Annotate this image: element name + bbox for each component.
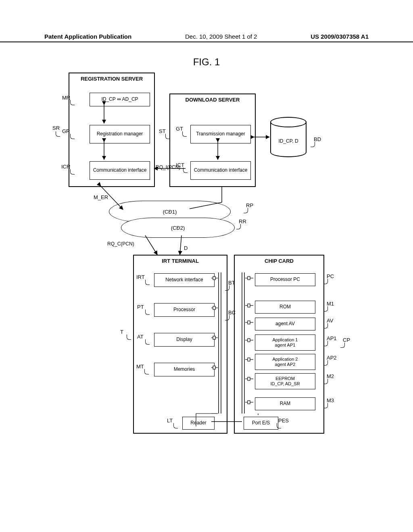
rq-i-label: RQ_I(PCN) — [156, 164, 180, 170]
mr-box: ID_CP ⇔ AD_CP — [90, 93, 150, 106]
m2-box: EEPROM ID_CP, AD_SR — [255, 373, 315, 389]
registration-server-box: REGISTRATION SERVER ID_CP ⇔ AD_CP Regist… — [69, 73, 155, 187]
irt-terminal-title: IRT TERMINAL — [134, 256, 227, 266]
sr-label: SR — [52, 125, 60, 131]
gt-label: GT — [176, 126, 183, 132]
rr-label: RR — [239, 218, 246, 224]
svg-line-8 — [145, 235, 157, 255]
ap2-line2: agent AP2 — [275, 362, 296, 367]
network-interface-box: Network interface — [154, 273, 215, 287]
m3-label: M3 — [327, 397, 334, 403]
st-label: ST — [159, 128, 166, 134]
rp-label: RP — [246, 202, 253, 208]
pc-label: PC — [327, 273, 334, 279]
icr-box: Communication interface — [90, 161, 150, 180]
m-er-label: M_ER — [94, 194, 108, 200]
pt-label: PT — [137, 304, 144, 310]
gr-label: GR — [62, 128, 70, 134]
display-box: Display — [154, 333, 215, 347]
memories-box: Memories — [154, 363, 215, 376]
chip-card-box: CHIP CARD Processor PC ROM agent AV Appl… — [234, 255, 324, 434]
processor-box: Processor — [154, 303, 215, 317]
cloud-cd2: (CD2) — [121, 218, 235, 238]
registration-server-title: REGISTRATION SERVER — [69, 73, 154, 84]
ap1-box: Application 1 agent AP1 — [255, 335, 315, 351]
download-server-title: DOWNLOAD SERVER — [170, 94, 255, 105]
m2-line1: EEPROM — [275, 376, 295, 381]
ict-box: Communication interface — [190, 161, 251, 180]
database-cylinder: ID_CP, D — [270, 117, 307, 157]
at-label: AT — [137, 334, 144, 340]
page-header: Patent Application Publication Dec. 10, … — [0, 33, 413, 42]
diagram: REGISTRATION SERVER ID_CP ⇔ AD_CP Regist… — [52, 73, 363, 439]
ap2-line1: Application 2 — [273, 357, 298, 362]
av-label: AV — [327, 318, 333, 324]
cloud-cd1-label: (CD1) — [163, 209, 177, 215]
m1-label: M1 — [327, 301, 334, 307]
ap1-label: AP1 — [327, 335, 337, 341]
rq-c-label: RQ_C(PCN) — [107, 241, 134, 247]
cloud-cd2-label: (CD2) — [171, 225, 185, 231]
ap1-line1: Application 1 — [273, 337, 298, 343]
header-left: Patent Application Publication — [44, 33, 131, 40]
pc-box: Processor PC — [255, 273, 315, 286]
ap2-label: AP2 — [327, 355, 337, 361]
irt-label: IRT — [136, 274, 145, 280]
ram-box: RAM — [255, 397, 315, 410]
t-label: T — [120, 329, 123, 335]
m2-label: M2 — [327, 373, 334, 379]
download-server-box: DOWNLOAD SERVER Transmission manager Com… — [169, 94, 256, 187]
header-right: US 2009/0307358 A1 — [311, 33, 369, 40]
gr-box: Registration manager — [90, 125, 150, 143]
svg-line-9 — [180, 235, 181, 255]
icr-label: ICR — [61, 164, 70, 170]
ap1-line2: agent AP1 — [275, 343, 296, 348]
m2-line2: ID_CP, AD_SR — [270, 381, 300, 387]
mt-label: MT — [136, 364, 144, 370]
ap2-box: Application 2 agent AP2 — [255, 354, 315, 370]
bt-label: BT — [228, 280, 235, 286]
reader-box: Reader — [182, 417, 215, 430]
d-label: D — [184, 245, 188, 251]
figure-title: FIG. 1 — [0, 56, 413, 68]
database-content: ID_CP, D — [270, 121, 307, 157]
gt-box: Transmission manager — [190, 125, 251, 143]
bd-label: BD — [314, 136, 321, 142]
pes-label: PES — [278, 418, 289, 424]
bc-label: BC — [228, 310, 236, 316]
mr-label: MR — [62, 95, 70, 101]
av-box: agent AV — [255, 318, 315, 330]
pes-box: Port E/S — [244, 417, 278, 430]
lt-label: LT — [167, 418, 173, 424]
cp-label: CP — [343, 337, 350, 343]
chip-card-title: CHIP CARD — [235, 256, 323, 266]
header-center: Dec. 10, 2009 Sheet 1 of 2 — [185, 33, 257, 40]
rom-box: ROM — [255, 301, 315, 314]
